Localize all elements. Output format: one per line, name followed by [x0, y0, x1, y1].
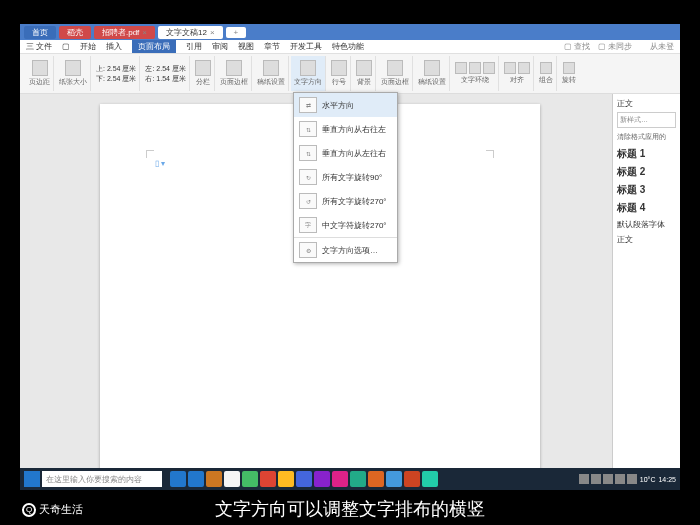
taskbar-app-icon[interactable]: [404, 471, 420, 487]
menu-pagelayout[interactable]: 页面布局: [132, 40, 176, 53]
ribbon-border[interactable]: 页面边框: [217, 56, 252, 91]
style-h3[interactable]: 标题 3: [617, 181, 676, 199]
taskbar-app-icon[interactable]: [170, 471, 186, 487]
tray-icon[interactable]: [603, 474, 613, 484]
taskbar-app-icon[interactable]: [260, 471, 276, 487]
panel-subhead: 清除格式应用的: [617, 132, 676, 142]
start-button[interactable]: [24, 471, 40, 487]
menu-qat[interactable]: ▢: [62, 42, 70, 51]
taskbar-app-icon[interactable]: [422, 471, 438, 487]
ribbon-group[interactable]: 组合: [536, 56, 557, 91]
ribbon-pageborder[interactable]: 页面边框: [378, 56, 413, 91]
taskbar-app-icon[interactable]: [206, 471, 222, 487]
ribbon-margins[interactable]: 页边距: [26, 56, 54, 91]
wrap-icon: [455, 62, 467, 74]
ribbon-margin-values[interactable]: 上: 2.54 厘米下: 2.54 厘米: [93, 56, 140, 91]
taskbar-app-icon[interactable]: [314, 471, 330, 487]
menu-view[interactable]: 视图: [238, 41, 254, 52]
dd-options[interactable]: ⚙文字方向选项…: [294, 237, 397, 262]
linenum-icon: [331, 60, 347, 76]
paper-icon: [65, 60, 81, 76]
taskbar-app-icon[interactable]: [332, 471, 348, 487]
rotate-icon: [563, 62, 575, 74]
style-h2[interactable]: 标题 2: [617, 163, 676, 181]
tab-daoke[interactable]: 稻壳: [59, 26, 91, 39]
ribbon-background[interactable]: 背景: [353, 56, 376, 91]
taskbar-app-icon[interactable]: [296, 471, 312, 487]
menu-reference[interactable]: 引用: [186, 41, 202, 52]
menu-review[interactable]: 审阅: [212, 41, 228, 52]
dd-horizontal[interactable]: ⇄水平方向: [294, 93, 397, 117]
taskbar-app-icon[interactable]: [350, 471, 366, 487]
taskbar-app-icon[interactable]: [278, 471, 294, 487]
tab-document[interactable]: 文字文稿12×: [158, 26, 223, 39]
new-tab-button[interactable]: +: [226, 27, 247, 38]
taskbar-app-icon[interactable]: [242, 471, 258, 487]
clock[interactable]: 14:25: [658, 476, 676, 483]
style-default-font[interactable]: 默认段落字体: [617, 217, 676, 232]
tray-icon[interactable]: [627, 474, 637, 484]
align-icon: [504, 62, 516, 74]
border-icon: [226, 60, 242, 76]
ribbon-manuscript2[interactable]: 稿纸设置: [415, 56, 450, 91]
find-button[interactable]: ▢ 查找: [564, 41, 590, 52]
taskbar-app-icon[interactable]: [368, 471, 384, 487]
menu-devtools[interactable]: 开发工具: [290, 41, 322, 52]
direction-icon: 字: [299, 217, 317, 233]
style-h1[interactable]: 标题 1: [617, 145, 676, 163]
tray-icon[interactable]: [615, 474, 625, 484]
ribbon-rotate[interactable]: 旋转: [559, 56, 579, 91]
menu-features[interactable]: 特色功能: [332, 41, 364, 52]
close-icon[interactable]: ×: [142, 28, 147, 37]
menu-file[interactable]: 三 文件: [26, 41, 52, 52]
tray-icon[interactable]: [579, 474, 589, 484]
titlebar: 首页 稻壳 招聘者.pdf× 文字文稿12× +: [20, 24, 680, 40]
tab-home[interactable]: 首页: [24, 26, 56, 39]
dd-vertical-ltr[interactable]: ⇅垂直方向从左往右: [294, 141, 397, 165]
ribbon-margin-values2[interactable]: 左: 2.54 厘米右: 1.54 厘米: [142, 56, 189, 91]
taskbar-app-icon[interactable]: [224, 471, 240, 487]
app-window: 首页 稻壳 招聘者.pdf× 文字文稿12× + 三 文件 ▢ 开始 插入 页面…: [20, 24, 680, 490]
close-icon[interactable]: ×: [210, 28, 215, 37]
ribbon-manuscript[interactable]: 稿纸设置: [254, 56, 289, 91]
taskbar-apps: [170, 471, 438, 487]
taskbar-app-icon[interactable]: [188, 471, 204, 487]
direction-icon: ↺: [299, 193, 317, 209]
new-style-button[interactable]: 新样式…: [617, 112, 676, 128]
ribbon: 页边距 纸张大小 上: 2.54 厘米下: 2.54 厘米 左: 2.54 厘米…: [20, 54, 680, 94]
page-icon: [32, 60, 48, 76]
user-status[interactable]: 从未登: [650, 41, 674, 52]
margin-corner: [486, 150, 494, 158]
margin-corner: [146, 150, 154, 158]
direction-icon: ⇄: [299, 97, 317, 113]
search-input[interactable]: 在这里输入你要搜索的内容: [42, 471, 162, 487]
dd-cjk-270[interactable]: 字中文字符旋转270°: [294, 213, 397, 237]
style-h4[interactable]: 标题 4: [617, 199, 676, 217]
direction-icon: ⇅: [299, 121, 317, 137]
tray-icon[interactable]: [591, 474, 601, 484]
ribbon-columns[interactable]: 分栏: [192, 56, 215, 91]
system-tray: 10°C 14:25: [579, 474, 676, 484]
subtitle-caption: 文字方向可以调整文字排布的横竖: [0, 497, 700, 521]
dd-rotate-270[interactable]: ↺所有文字旋转270°: [294, 189, 397, 213]
temperature[interactable]: 10°C: [640, 476, 656, 483]
dd-vertical-rtl[interactable]: ⇅垂直方向从右往左: [294, 117, 397, 141]
ribbon-papersize[interactable]: 纸张大小: [56, 56, 91, 91]
ribbon-linenum[interactable]: 行号: [328, 56, 351, 91]
direction-icon: ↻: [299, 169, 317, 185]
menu-section[interactable]: 章节: [264, 41, 280, 52]
text-direction-dropdown: ⇄水平方向 ⇅垂直方向从右往左 ⇅垂直方向从左往右 ↻所有文字旋转90° ↺所有…: [293, 92, 398, 263]
direction-icon: ⚙: [299, 242, 317, 258]
panel-title: 正文: [617, 98, 676, 109]
ribbon-align[interactable]: 对齐: [501, 56, 534, 91]
ribbon-text-direction[interactable]: 文字方向: [291, 56, 326, 91]
tab-pdf[interactable]: 招聘者.pdf×: [94, 26, 155, 39]
ribbon-wrap[interactable]: 文字环绕: [452, 56, 499, 91]
menu-insert[interactable]: 插入: [106, 41, 122, 52]
columns-icon: [195, 60, 211, 76]
dd-rotate-90[interactable]: ↻所有文字旋转90°: [294, 165, 397, 189]
sync-status[interactable]: ▢ 未同步: [598, 41, 632, 52]
style-body[interactable]: 正文: [617, 232, 676, 247]
menu-start[interactable]: 开始: [80, 41, 96, 52]
taskbar-app-icon[interactable]: [386, 471, 402, 487]
